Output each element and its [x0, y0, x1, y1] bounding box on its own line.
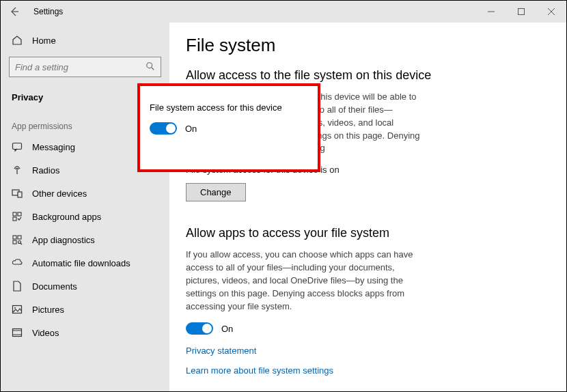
- search-box[interactable]: [9, 57, 161, 77]
- close-icon: [548, 8, 555, 15]
- sidebar-item-pictures[interactable]: Pictures: [1, 298, 169, 321]
- document-icon: [12, 281, 23, 292]
- apps-access-toggle[interactable]: [186, 322, 213, 335]
- window-controls: [476, 1, 566, 23]
- sidebar-item-label: App diagnostics: [32, 235, 95, 245]
- svg-point-17: [18, 241, 21, 244]
- close-button[interactable]: [536, 1, 566, 23]
- svg-point-5: [147, 62, 152, 68]
- toggle-label: On: [185, 124, 197, 134]
- devices-icon: [12, 188, 23, 199]
- svg-rect-11: [13, 212, 16, 216]
- svg-rect-7: [13, 143, 22, 150]
- minimize-icon: [488, 8, 495, 15]
- app-title: Settings: [33, 7, 63, 16]
- search-icon: [146, 61, 155, 73]
- svg-rect-10: [18, 192, 22, 197]
- sidebar-item-label: Messaging: [32, 142, 75, 152]
- picture-icon: [12, 304, 23, 315]
- change-button[interactable]: Change: [186, 183, 246, 201]
- svg-rect-2: [518, 9, 525, 15]
- sidebar-item-label: Other devices: [32, 188, 87, 199]
- sidebar-item-label: Pictures: [32, 305, 64, 315]
- sidebar-item-label: Documents: [32, 281, 77, 292]
- arrow-left-icon: [9, 6, 20, 17]
- sidebar: Home Privacy App permissions Messaging R…: [1, 23, 169, 391]
- svg-point-20: [14, 307, 16, 309]
- popup-title: File system access for this device: [150, 102, 311, 113]
- section-title-device-access: Allow access to the file system on this …: [186, 68, 546, 83]
- back-button[interactable]: [1, 1, 28, 23]
- device-access-popup: File system access for this device On: [137, 83, 320, 172]
- maximize-button[interactable]: [506, 1, 536, 23]
- titlebar: Settings: [1, 1, 566, 23]
- message-icon: [12, 141, 23, 152]
- sidebar-item-auto-downloads[interactable]: Automatic file downloads: [1, 251, 169, 275]
- search-input[interactable]: [15, 62, 146, 72]
- maximize-icon: [518, 8, 525, 15]
- svg-rect-15: [18, 236, 21, 239]
- minimize-button[interactable]: [476, 1, 506, 23]
- svg-rect-14: [13, 236, 16, 239]
- home-nav-item[interactable]: Home: [1, 29, 169, 51]
- svg-rect-13: [13, 217, 16, 221]
- svg-rect-12: [18, 212, 21, 216]
- sidebar-item-videos[interactable]: Videos: [1, 321, 169, 344]
- svg-line-6: [152, 67, 154, 70]
- radio-icon: [12, 165, 23, 176]
- sidebar-item-label: Videos: [32, 328, 59, 338]
- svg-line-18: [20, 243, 22, 244]
- sidebar-item-other-devices[interactable]: Other devices: [1, 182, 169, 205]
- sidebar-item-app-diagnostics[interactable]: App diagnostics: [1, 228, 169, 251]
- sidebar-item-label: Background apps: [32, 212, 101, 222]
- sidebar-item-documents[interactable]: Documents: [1, 275, 169, 298]
- learn-more-link[interactable]: Learn more about file system settings: [186, 365, 546, 376]
- apps-access-toggle-row: On: [186, 322, 546, 335]
- sidebar-item-background-apps[interactable]: Background apps: [1, 205, 169, 228]
- device-access-toggle[interactable]: [150, 122, 177, 135]
- background-apps-icon: [12, 211, 23, 222]
- toggle-label: On: [221, 324, 233, 334]
- sidebar-item-label: Automatic file downloads: [32, 258, 130, 268]
- diagnostics-icon: [12, 234, 23, 245]
- privacy-statement-link[interactable]: Privacy statement: [186, 346, 546, 356]
- video-icon: [12, 327, 23, 338]
- sidebar-item-label: Radios: [32, 165, 59, 176]
- section-title-apps-access: Allow apps to access your file system: [186, 226, 546, 240]
- home-icon: [12, 35, 23, 46]
- page-title: File system: [186, 35, 546, 56]
- cloud-download-icon: [12, 257, 23, 268]
- content-area: File system Allow access to the file sys…: [169, 23, 566, 391]
- svg-rect-21: [13, 329, 22, 337]
- section-desc: If you allow access, you can choose whic…: [186, 249, 425, 313]
- home-label: Home: [32, 36, 56, 46]
- svg-rect-16: [13, 240, 16, 244]
- device-access-toggle-row: On: [150, 122, 311, 135]
